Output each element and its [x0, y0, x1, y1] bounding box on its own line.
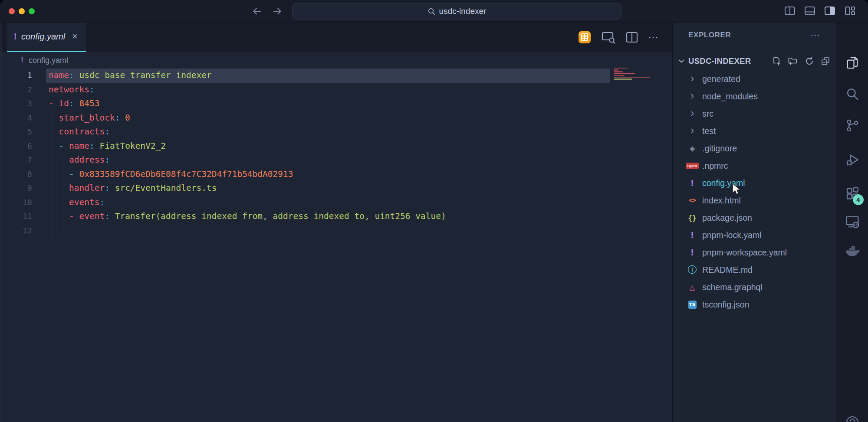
split-editor-icon[interactable]: [625, 31, 638, 44]
breadcrumb[interactable]: ! config.yaml: [0, 52, 672, 69]
tree-item-label: .gitignore: [702, 144, 737, 154]
code-line-11[interactable]: 11 - event: Transfer(address indexed fro…: [0, 209, 672, 224]
tree-item-npmrc[interactable]: npm.npmrc: [673, 157, 835, 174]
tree-item-tsconfig-json[interactable]: TStsconfig.json: [673, 296, 835, 313]
explorer-header: EXPLORER ⋯: [673, 23, 835, 48]
open-preview-icon[interactable]: [601, 31, 616, 44]
tree-item-node-modules[interactable]: ›node_modules: [673, 88, 835, 105]
toggle-primary-sidebar-icon[interactable]: [784, 5, 796, 16]
breadcrumb-label: config.yaml: [29, 56, 68, 65]
source-control-icon[interactable]: [845, 118, 860, 133]
tree-item-label: .npmrc: [702, 161, 728, 171]
customize-layout-icon[interactable]: [844, 5, 856, 16]
search-value: usdc-indexer: [439, 7, 487, 16]
code-line-3[interactable]: 3- id: 8453: [0, 97, 672, 111]
graphql-file-icon: △: [686, 283, 699, 291]
workspace-section-header[interactable]: USDC-INDEXER: [673, 52, 835, 70]
close-tab-icon[interactable]: ✕: [72, 32, 78, 41]
database-extension-icon[interactable]: [578, 30, 592, 44]
file-tree: ›generated›node_modules›src›test◈.gitign…: [673, 70, 835, 313]
line-content: - 0x833589fCD6eDb6E08f4c7C32D4f71b54bdA0…: [49, 167, 293, 182]
minimap[interactable]: [613, 68, 652, 87]
chevron-down-icon: [677, 57, 686, 65]
search-icon: [427, 7, 436, 16]
yaml-file-icon: !: [13, 32, 17, 42]
yaml-file-icon: !: [686, 178, 699, 188]
line-number: 5: [0, 125, 32, 139]
tree-item-label: node_modules: [702, 92, 758, 101]
tree-item-src[interactable]: ›src: [673, 105, 835, 122]
explorer-sidebar: EXPLORER ⋯ USDC-INDEXER: [672, 23, 835, 422]
new-file-icon[interactable]: [772, 56, 781, 66]
code-line-1[interactable]: 1name: usdc base transfer indexer: [0, 69, 672, 83]
new-folder-icon[interactable]: [788, 56, 798, 66]
tree-item-index-html[interactable]: <>index.html: [673, 192, 835, 209]
html-file-icon: <>: [686, 196, 699, 204]
search-view-icon[interactable]: [845, 87, 860, 101]
tree-item-generated[interactable]: ›generated: [673, 70, 835, 88]
code-line-4[interactable]: 4 start_block: 0: [0, 111, 672, 125]
yaml-file-icon: !: [20, 56, 24, 64]
explorer-view-icon[interactable]: [845, 56, 860, 70]
tree-item-readme-md[interactable]: ⓘREADME.md: [673, 261, 835, 278]
line-number: 12: [0, 224, 32, 238]
chevron-right-icon: ›: [686, 110, 699, 117]
more-actions-icon[interactable]: ⋯: [648, 31, 659, 44]
extensions-badge: 4: [853, 194, 864, 205]
line-number: 4: [0, 111, 32, 125]
activity-bar: 4: [836, 23, 868, 422]
npm-file-icon: npm: [686, 163, 699, 169]
toggle-secondary-sidebar-icon[interactable]: [824, 5, 836, 16]
code-line-2[interactable]: 2networks:: [0, 83, 672, 97]
line-content: address:: [49, 153, 110, 167]
minimap-line: [614, 71, 623, 72]
tree-item-label: pnpm-lock.yaml: [702, 230, 762, 240]
tree-item-label: generated: [702, 74, 740, 84]
minimize-window-button[interactable]: [19, 8, 25, 14]
close-window-button[interactable]: [9, 8, 15, 14]
tree-item-pnpm-workspace-yaml[interactable]: !pnpm-workspace.yaml: [673, 244, 835, 261]
code-line-10[interactable]: 10 events:: [0, 196, 672, 210]
tree-item-config-yaml[interactable]: !config.yaml: [673, 174, 835, 192]
explorer-title: EXPLORER: [688, 31, 731, 39]
back-arrow-icon[interactable]: [251, 5, 263, 17]
chevron-right-icon: ›: [686, 93, 699, 100]
docker-icon[interactable]: [845, 244, 860, 258]
tree-item-label: schema.graphql: [702, 282, 763, 292]
indent-guide: [63, 153, 63, 238]
code-editor[interactable]: 1name: usdc base transfer indexer2networ…: [0, 69, 672, 422]
tree-item-pnpm-lock-yaml[interactable]: !pnpm-lock.yaml: [673, 226, 835, 244]
code-line-12[interactable]: 12: [0, 224, 672, 238]
forward-arrow-icon[interactable]: [271, 5, 283, 17]
code-line-9[interactable]: 9 handler: src/EventHandlers.ts: [0, 181, 672, 196]
line-content: - name: FiatTokenV2_2: [49, 139, 166, 154]
tab-config-yaml[interactable]: ! config.yaml ✕: [7, 23, 86, 51]
traffic-lights: [9, 8, 35, 14]
code-line-8[interactable]: 8 - 0x833589fCD6eDb6E08f4c7C32D4f71b54bd…: [0, 167, 672, 182]
minimap-line: [614, 79, 632, 79]
run-debug-icon[interactable]: [845, 153, 860, 167]
explorer-more-actions-icon[interactable]: ⋯: [810, 33, 820, 37]
workspace-section-label: USDC-INDEXER: [688, 56, 751, 66]
tree-item-label: README.md: [702, 265, 753, 275]
line-content: events:: [49, 196, 105, 210]
refresh-icon[interactable]: [805, 56, 814, 66]
collapse-folders-icon[interactable]: [821, 56, 830, 66]
indent-guide: [53, 111, 53, 238]
minimap-line: [614, 68, 628, 69]
line-number: 2: [0, 83, 32, 97]
tree-item-test[interactable]: ›test: [673, 122, 835, 140]
account-icon[interactable]: [845, 415, 860, 422]
minimap-line: [614, 77, 650, 78]
remote-explorer-icon[interactable]: [845, 214, 860, 229]
command-center-search[interactable]: usdc-indexer: [292, 3, 621, 20]
tree-item-schema-graphql[interactable]: △schema.graphql: [673, 278, 835, 296]
toggle-panel-icon[interactable]: [804, 5, 816, 16]
tree-item-gitignore[interactable]: ◈.gitignore: [673, 140, 835, 157]
code-line-6[interactable]: 6 - name: FiatTokenV2_2: [0, 139, 672, 154]
window-left-edge: [0, 23, 2, 422]
tree-item-package-json[interactable]: {}package.json: [673, 209, 835, 226]
code-line-7[interactable]: 7 address:: [0, 153, 672, 167]
zoom-window-button[interactable]: [29, 8, 35, 14]
code-line-5[interactable]: 5 contracts:: [0, 125, 672, 139]
